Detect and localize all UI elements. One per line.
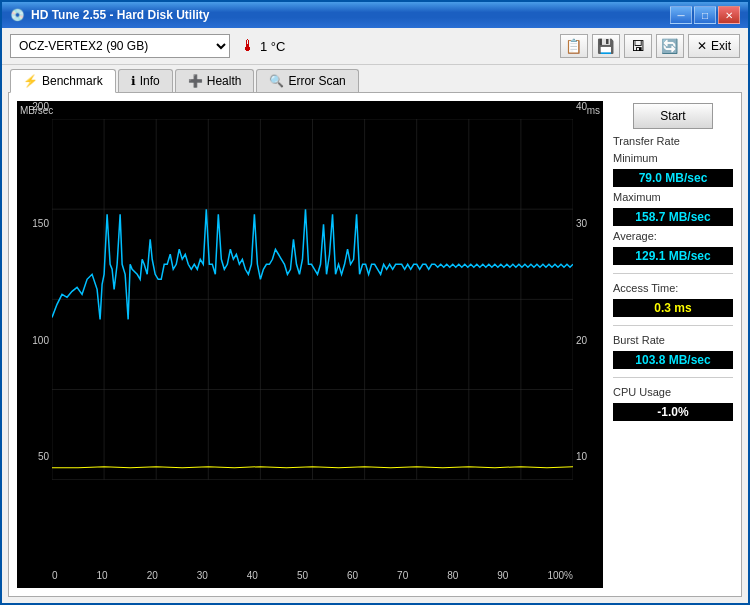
drive-select[interactable]: OCZ-VERTEX2 (90 GB) bbox=[10, 34, 230, 58]
info-tab-label: Info bbox=[140, 74, 160, 88]
window-title: HD Tune 2.55 - Hard Disk Utility bbox=[31, 8, 209, 22]
temperature-display: 🌡 1 °C bbox=[240, 37, 285, 55]
start-button[interactable]: Start bbox=[633, 103, 713, 129]
access-time-group: Access Time: 0.3 ms bbox=[613, 282, 733, 317]
tab-error-scan[interactable]: 🔍 Error Scan bbox=[256, 69, 358, 92]
average-value: 129.1 MB/sec bbox=[613, 247, 733, 265]
tabs: ⚡ Benchmark ℹ Info ➕ Health 🔍 Error Scan bbox=[2, 65, 748, 92]
exit-label: Exit bbox=[711, 39, 731, 53]
x-axis-labels: 0 10 20 30 40 50 60 70 80 90 100% bbox=[52, 570, 573, 588]
minimum-label: Minimum bbox=[613, 152, 733, 164]
average-label: Average: bbox=[613, 230, 733, 242]
minimum-value: 79.0 MB/sec bbox=[613, 169, 733, 187]
divider-3 bbox=[613, 377, 733, 378]
exit-button[interactable]: ✕ Exit bbox=[688, 34, 740, 58]
divider-2 bbox=[613, 325, 733, 326]
chart-area: MB/sec ms 200 150 100 50 40 30 20 10 bbox=[17, 101, 603, 588]
y-left-labels: 200 150 100 50 bbox=[17, 101, 52, 568]
benchmark-tab-label: Benchmark bbox=[42, 74, 103, 88]
transfer-rate-group: Transfer Rate Minimum 79.0 MB/sec Maximu… bbox=[613, 135, 733, 265]
cpu-usage-label: CPU Usage bbox=[613, 386, 733, 398]
toolbar: OCZ-VERTEX2 (90 GB) 🌡 1 °C 📋 💾 🖫 🔄 ✕ Exi… bbox=[2, 28, 748, 65]
main-content: MB/sec ms 200 150 100 50 40 30 20 10 bbox=[8, 92, 742, 597]
burst-rate-value: 103.8 MB/sec bbox=[613, 351, 733, 369]
tab-benchmark[interactable]: ⚡ Benchmark bbox=[10, 69, 116, 93]
app-icon: 💿 bbox=[10, 8, 25, 22]
access-time-value: 0.3 ms bbox=[613, 299, 733, 317]
transfer-rate-heading: Transfer Rate bbox=[613, 135, 733, 147]
burst-rate-label: Burst Rate bbox=[613, 334, 733, 346]
close-button[interactable]: ✕ bbox=[718, 6, 740, 24]
toolbar-icons: 📋 💾 🖫 🔄 ✕ Exit bbox=[560, 34, 740, 58]
maximum-value: 158.7 MB/sec bbox=[613, 208, 733, 226]
temperature-value: 1 °C bbox=[260, 39, 285, 54]
exit-icon: ✕ bbox=[697, 39, 707, 53]
benchmark-icon: ⚡ bbox=[23, 74, 38, 88]
tab-info[interactable]: ℹ Info bbox=[118, 69, 173, 92]
burst-rate-group: Burst Rate 103.8 MB/sec bbox=[613, 334, 733, 369]
sidebar: Start Transfer Rate Minimum 79.0 MB/sec … bbox=[613, 101, 733, 588]
access-time-label: Access Time: bbox=[613, 282, 733, 294]
save1-button[interactable]: 💾 bbox=[592, 34, 620, 58]
info-icon: ℹ bbox=[131, 74, 136, 88]
maximum-label: Maximum bbox=[613, 191, 733, 203]
refresh-button[interactable]: 🔄 bbox=[656, 34, 684, 58]
cpu-usage-value: -1.0% bbox=[613, 403, 733, 421]
y-right-labels: 40 30 20 10 bbox=[573, 101, 603, 568]
cpu-usage-group: CPU Usage -1.0% bbox=[613, 386, 733, 421]
title-bar: 💿 HD Tune 2.55 - Hard Disk Utility ─ □ ✕ bbox=[2, 2, 748, 28]
thermometer-icon: 🌡 bbox=[240, 37, 256, 55]
divider-1 bbox=[613, 273, 733, 274]
title-bar-left: 💿 HD Tune 2.55 - Hard Disk Utility bbox=[10, 8, 209, 22]
tab-health[interactable]: ➕ Health bbox=[175, 69, 255, 92]
copy-button[interactable]: 📋 bbox=[560, 34, 588, 58]
maximize-button[interactable]: □ bbox=[694, 6, 716, 24]
benchmark-chart bbox=[52, 119, 573, 480]
title-controls: ─ □ ✕ bbox=[670, 6, 740, 24]
health-tab-label: Health bbox=[207, 74, 242, 88]
errorscan-icon: 🔍 bbox=[269, 74, 284, 88]
save2-button[interactable]: 🖫 bbox=[624, 34, 652, 58]
health-icon: ➕ bbox=[188, 74, 203, 88]
main-window: 💿 HD Tune 2.55 - Hard Disk Utility ─ □ ✕… bbox=[0, 0, 750, 605]
errorscan-tab-label: Error Scan bbox=[288, 74, 345, 88]
minimize-button[interactable]: ─ bbox=[670, 6, 692, 24]
